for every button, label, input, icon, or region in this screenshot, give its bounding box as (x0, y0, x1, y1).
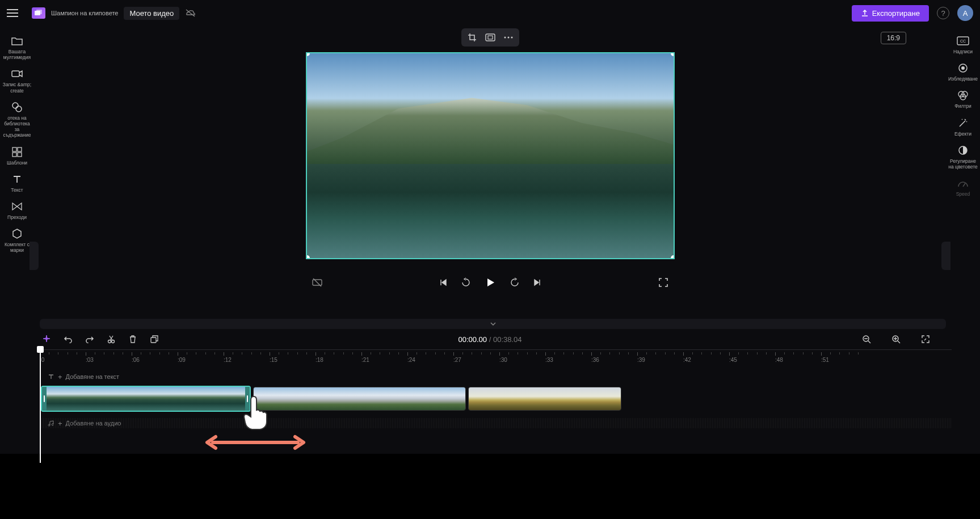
sidebar-item-content-library[interactable]: отека на библиотека за съдържание (1, 97, 33, 142)
text-track-label: Добавяне на текст (66, 373, 120, 380)
ruler-tick: :39 (637, 352, 645, 363)
project-name-input[interactable]: Моето видео (124, 7, 179, 20)
clip-trim-handle-left[interactable] (42, 387, 47, 411)
more-button[interactable] (502, 31, 515, 44)
duplicate-button[interactable] (148, 332, 161, 346)
svg-point-13 (511, 37, 512, 39)
svg-rect-2 (12, 71, 19, 77)
ruler-tick: :51 (821, 352, 829, 363)
svg-rect-1 (36, 10, 42, 14)
fade-icon (956, 61, 970, 75)
text-icon (10, 172, 24, 186)
ruler-tick: :45 (729, 352, 737, 363)
selection-handle-tl[interactable] (306, 52, 310, 56)
app-logo-icon (32, 7, 45, 19)
fullscreen-button[interactable] (658, 277, 669, 288)
selection-handle-br[interactable] (671, 255, 675, 259)
sidebar-item-text[interactable]: Текст (1, 169, 33, 196)
selection-handle-tr[interactable] (671, 52, 675, 56)
zoom-fit-button[interactable] (919, 332, 932, 346)
ruler-tick: :24 (407, 352, 415, 363)
drag-arrow-annotation (204, 434, 306, 451)
svg-rect-10 (488, 36, 493, 39)
ruler-tick: :30 (499, 352, 507, 363)
right-sidebar: CC Надписи Избледяване Филтри Ефекти Рег… (946, 26, 980, 317)
video-canvas[interactable]: ↻ (306, 52, 675, 259)
svg-rect-25 (151, 337, 156, 343)
zoom-in-button[interactable] (889, 332, 903, 346)
delete-button[interactable] (126, 332, 140, 346)
svg-point-24 (112, 340, 115, 343)
timeline-collapse-toggle[interactable] (40, 319, 946, 329)
clip-trim-handle-right[interactable] (245, 387, 250, 411)
svg-point-23 (108, 340, 111, 343)
svg-rect-7 (12, 153, 16, 157)
sidebar-item-speed[interactable]: Speed (947, 173, 979, 200)
skip-prev-button[interactable] (438, 277, 449, 288)
video-track[interactable] (40, 387, 952, 413)
fit-button[interactable] (484, 31, 497, 44)
svg-rect-5 (12, 147, 16, 151)
sidebar-item-brand-kit[interactable]: Комплект с марки (1, 223, 33, 256)
crop-button[interactable] (466, 31, 478, 44)
help-button[interactable]: ? (937, 7, 949, 19)
video-clip[interactable] (253, 387, 466, 411)
aspect-ratio-selector[interactable]: 16:9 (881, 32, 906, 44)
sidebar-item-transitions[interactable]: Преходи (1, 196, 33, 223)
ruler-tick: :21 (361, 352, 369, 363)
top-bar: Шампион на клиповете Моето видео Експорт… (0, 0, 980, 26)
svg-point-3 (12, 103, 18, 108)
ruler-tick: :06 (132, 352, 140, 363)
menu-button[interactable] (7, 6, 22, 20)
svg-point-11 (504, 37, 506, 39)
svg-text:CC: CC (960, 39, 966, 43)
timeline-tracks: + Добавяне на текст + Добавяне на аудио (40, 369, 952, 431)
preview-toolbar (461, 28, 519, 47)
selection-handle-bl[interactable] (306, 255, 310, 259)
zoom-out-button[interactable] (860, 332, 873, 346)
user-avatar[interactable]: A (957, 5, 973, 21)
sidebar-item-your-media[interactable]: Вашата мултимедия (1, 31, 33, 64)
play-button[interactable] (483, 275, 498, 290)
svg-point-4 (16, 106, 22, 112)
video-clip[interactable] (41, 386, 251, 412)
video-clip[interactable] (468, 387, 621, 411)
hide-clip-button[interactable] (312, 277, 323, 288)
sidebar-item-templates[interactable]: Шаблони (1, 142, 33, 169)
cloud-sync-off-icon[interactable] (185, 9, 196, 18)
timeline-ruler[interactable]: :0:03:06:09:12:15:18:21:24:27:30:33:36:3… (40, 349, 952, 366)
svg-rect-6 (18, 147, 22, 151)
left-sidebar: Вашата мултимедия Запис &amp; create оте… (0, 26, 34, 317)
sidebar-item-fade[interactable]: Избледяване (947, 58, 979, 85)
split-button[interactable] (104, 332, 118, 346)
app-name: Шампион на клиповете (51, 10, 118, 16)
rewind-10-button[interactable] (460, 277, 472, 288)
forward-10-button[interactable] (509, 277, 520, 288)
audio-track[interactable]: + Добавяне на аудио (40, 415, 952, 431)
undo-button[interactable] (61, 332, 75, 346)
audio-waveform (40, 418, 952, 428)
sidebar-item-effects[interactable]: Ефекти (947, 113, 979, 140)
svg-point-18 (961, 66, 965, 70)
ruler-tick: :27 (453, 352, 461, 363)
sidebar-item-filters[interactable]: Филтри (947, 85, 979, 112)
right-panel-expand-handle[interactable] (941, 242, 950, 270)
export-button[interactable]: Експортиране (852, 5, 929, 22)
sidebar-item-captions[interactable]: CC Надписи (947, 31, 979, 58)
playhead[interactable] (40, 349, 41, 463)
svg-rect-8 (18, 153, 22, 157)
gauge-icon (956, 176, 970, 190)
magic-button[interactable] (40, 332, 53, 346)
skip-next-button[interactable] (532, 277, 543, 288)
timecode-display: 00:00.00 / 00:38.04 (458, 335, 521, 344)
sidebar-item-record-create[interactable]: Запис &amp; create (1, 64, 33, 96)
contrast-icon (956, 144, 970, 157)
redo-button[interactable] (83, 332, 96, 346)
sidebar-item-color-adjust[interactable]: Регулиране на цветовете (947, 140, 979, 173)
camera-icon (10, 67, 24, 81)
folder-icon (10, 34, 24, 48)
preview-area: 16:9 ↻ (34, 26, 946, 317)
hexagon-icon (10, 227, 24, 240)
text-track[interactable]: + Добавяне на текст (40, 369, 952, 385)
plus-icon: + (58, 373, 62, 381)
